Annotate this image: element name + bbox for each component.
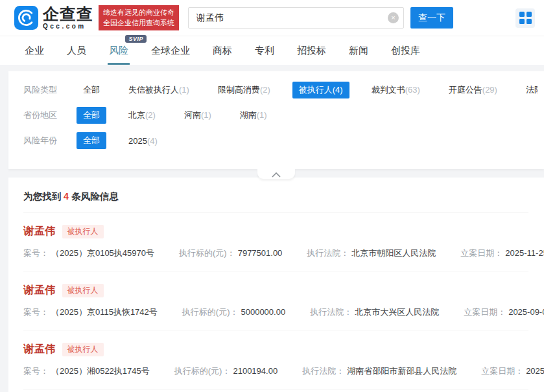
- qcc-logo[interactable]: 企查查 Qcc.com: [14, 6, 93, 30]
- top-header: 企查查 Qcc.com 缔造有远见的商业传奇 全国企业信用查询系统 × 查一下: [0, 0, 544, 36]
- page-body: 风险类型 全部 失信被执行人(1) 限制高消费(2) 被执行人(4) 裁判文书(…: [0, 65, 544, 392]
- filter-option-all[interactable]: 全部: [77, 107, 106, 124]
- execution-court: 北京市朝阳区人民法院: [351, 248, 436, 258]
- filter-label: 省份地区: [23, 110, 77, 121]
- collapse-filters-button[interactable]: [257, 168, 295, 179]
- person-name-link[interactable]: 谢孟伟: [23, 283, 56, 297]
- tab-company[interactable]: 企业: [23, 38, 45, 65]
- filter-option-executee[interactable]: 被执行人(4): [292, 82, 349, 98]
- filter-option-consumption-limit[interactable]: 限制高消费(2): [211, 82, 277, 98]
- filter-option-dishonest-executee[interactable]: 失信被执行人(1): [122, 82, 196, 98]
- case-number: （2025）京0105执45970号: [51, 248, 154, 258]
- tab-person[interactable]: 人员: [65, 38, 88, 65]
- filter-option-all[interactable]: 全部: [77, 82, 106, 98]
- person-name-link[interactable]: 谢孟伟: [23, 342, 56, 356]
- filter-row-year: 风险年份 全部 2025(4): [23, 132, 538, 149]
- result-item: 谢孟伟 被执行人 案号：（2025）京0105执45970号 执行标的(元)：7…: [23, 213, 528, 272]
- status-badge: 被执行人: [62, 225, 104, 238]
- chevron-up-icon: [272, 172, 281, 178]
- execution-amount: 5000000.00: [241, 307, 285, 317]
- result-count: 4: [64, 191, 69, 202]
- qcc-logo-icon: [14, 6, 38, 30]
- svip-badge: SVIP: [125, 35, 147, 43]
- result-item: 谢孟伟 被执行人 案号：（2025）湘0522执1745号 执行标的(元)：21…: [23, 331, 528, 390]
- status-badge: 被执行人: [62, 343, 104, 356]
- results-panel: 为您找到 4 条风险信息 谢孟伟 被执行人 案号：（2025）京0105执459…: [8, 178, 544, 392]
- filter-label: 风险年份: [23, 135, 77, 146]
- search-button[interactable]: 查一下: [410, 7, 453, 29]
- filter-row-risk-type: 风险类型 全部 失信被执行人(1) 限制高消费(2) 被执行人(4) 裁判文书(…: [23, 82, 538, 98]
- filing-date: 2025-11-25: [505, 248, 544, 258]
- filter-panel: 风险类型 全部 失信被执行人(1) 限制高消费(2) 被执行人(4) 裁判文书(…: [8, 71, 544, 169]
- filter-option-all[interactable]: 全部: [77, 132, 106, 149]
- filter-label: 风险类型: [23, 84, 77, 96]
- search-box: ×: [188, 7, 404, 29]
- filter-row-province: 省份地区 全部 北京(2) 河南(1) 湖南(1): [23, 107, 538, 124]
- execution-amount: 7977501.00: [238, 248, 283, 258]
- filter-option-henan[interactable]: 河南(1): [178, 107, 218, 124]
- main-nav: 企业 人员 风险 SVIP 全球企业 商标 专利 招投标 新闻 创投库: [0, 36, 544, 65]
- person-name-link[interactable]: 谢孟伟: [23, 224, 56, 238]
- tab-news[interactable]: 新闻: [348, 38, 370, 65]
- filter-option-hunan[interactable]: 湖南(1): [233, 107, 274, 124]
- search-input[interactable]: [188, 7, 404, 29]
- filter-option-court-notice[interactable]: 法院公告(6): [519, 82, 538, 98]
- filing-date: 2025-09-02: [526, 366, 544, 376]
- filter-option-beijing[interactable]: 北京(2): [122, 107, 162, 124]
- tab-bidding[interactable]: 招投标: [296, 38, 327, 65]
- apps-grid-icon[interactable]: [515, 8, 535, 28]
- clear-search-icon[interactable]: ×: [388, 12, 399, 23]
- tab-patent[interactable]: 专利: [254, 38, 276, 65]
- filter-option-court-session[interactable]: 开庭公告(29): [442, 82, 504, 98]
- tab-venture[interactable]: 创投库: [390, 38, 421, 65]
- filing-date: 2025-09-02: [508, 307, 544, 317]
- execution-amount: 2100194.00: [233, 366, 278, 376]
- logo-name: 企查查: [43, 6, 93, 22]
- case-number: （2025）京0115执恢1742号: [51, 307, 158, 317]
- logo-domain: Qcc.com: [43, 23, 93, 30]
- tab-risk[interactable]: 风险 SVIP: [108, 38, 130, 65]
- filter-option-judgment-docs[interactable]: 裁判文书(63): [365, 82, 427, 98]
- brand-slogan: 缔造有远见的商业传奇 全国企业信用查询系统: [99, 5, 179, 31]
- execution-court: 湖南省邵阳市新邵县人民法院: [347, 366, 456, 376]
- tab-trademark[interactable]: 商标: [211, 38, 233, 65]
- execution-court: 北京市大兴区人民法院: [355, 307, 439, 317]
- result-item: 谢孟伟 被执行人 案号：（2025）京0115执恢1742号 执行标的(元)：5…: [23, 272, 528, 331]
- results-summary: 为您找到 4 条风险信息: [23, 190, 528, 213]
- tab-global-company[interactable]: 全球企业: [150, 38, 191, 65]
- case-number: （2025）湘0522执1745号: [51, 366, 150, 376]
- filter-option-2025[interactable]: 2025(4): [122, 133, 164, 148]
- status-badge: 被执行人: [62, 284, 104, 297]
